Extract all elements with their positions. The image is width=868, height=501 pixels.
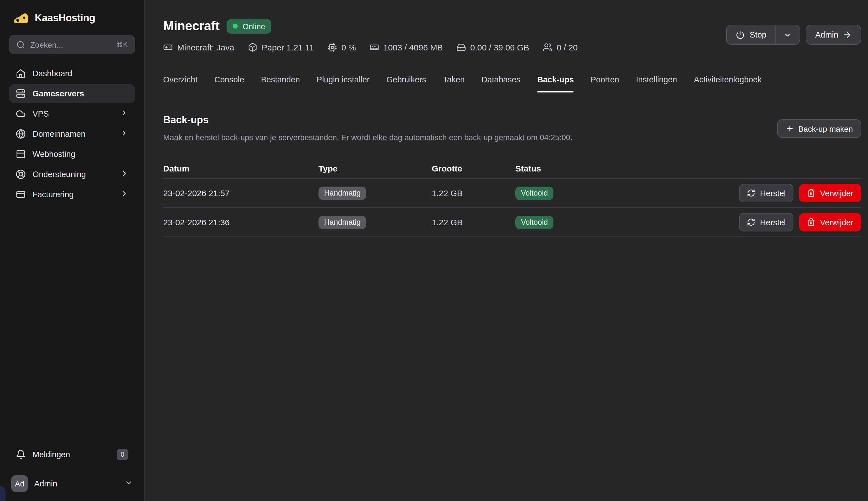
sidebar-item-gameservers[interactable]: Gameservers <box>9 84 135 103</box>
tab-bestanden[interactable]: Bestanden <box>261 75 300 93</box>
stat-players: 0 / 20 <box>543 43 577 52</box>
table-row: 23-02-2026 21:57 Handmatig 1.22 GB Volto… <box>163 179 861 208</box>
notifications-label: Meldingen <box>32 450 70 459</box>
backups-section-header: Back-ups Maak en herstel back-ups van je… <box>163 114 861 142</box>
tab-plugin-installer[interactable]: Plugin installer <box>317 75 370 93</box>
refresh-icon <box>747 218 755 226</box>
row-actions: Herstel Verwijder <box>739 184 861 202</box>
tab-instellingen[interactable]: Instellingen <box>636 75 677 93</box>
status-label: Online <box>242 22 265 31</box>
power-icon <box>736 30 745 39</box>
restore-button[interactable]: Herstel <box>739 213 794 232</box>
chevron-down-icon <box>125 478 133 489</box>
server-stats: Minecraft: Java Paper 1.21.11 0 % 1003 /… <box>163 43 578 52</box>
search-input[interactable] <box>30 40 111 49</box>
credit-card-icon <box>16 189 26 200</box>
status-badge: Online <box>227 19 271 33</box>
chevron-right-icon <box>120 129 128 139</box>
section-title: Back-ups <box>163 114 573 126</box>
tab-databases[interactable]: Databases <box>481 75 520 93</box>
delete-button[interactable]: Verwijder <box>799 184 861 202</box>
sidebar-item-label: Dashboard <box>32 69 72 78</box>
row-actions: Herstel Verwijder <box>739 213 861 232</box>
sidebar-item-label: Ondersteuning <box>32 170 86 179</box>
search-shortcut: ⌘K <box>116 40 128 49</box>
stop-button[interactable]: Stop <box>727 25 775 44</box>
sidebar-item-webhosting[interactable]: Webhosting <box>9 145 135 164</box>
sidebar-item-domeinnamen[interactable]: Domeinnamen <box>9 125 135 143</box>
home-icon <box>16 68 26 78</box>
header-actions: Stop Admin <box>726 25 861 45</box>
stop-split-button: Stop <box>726 25 800 45</box>
chevron-right-icon <box>120 169 128 179</box>
cpu-icon <box>327 43 337 52</box>
sidebar-item-label: Gameservers <box>32 89 84 98</box>
app-window: KaasHosting ⌘K Dashboard Gameservers VPS <box>0 0 868 501</box>
table-row: 23-02-2026 21:36 Handmatig 1.22 GB Volto… <box>163 208 861 237</box>
memory-stick-icon <box>369 43 379 52</box>
section-description: Maak en herstel back-ups van je serverbe… <box>163 133 573 142</box>
sidebar-footer: Meldingen 0 Ad Admin <box>0 445 144 501</box>
tab-console[interactable]: Console <box>215 75 244 93</box>
plus-icon <box>785 125 794 133</box>
server-icon <box>16 88 26 99</box>
brand-name: KaasHosting <box>35 12 95 24</box>
notifications-item[interactable]: Meldingen 0 <box>9 445 135 464</box>
notifications-count-badge: 0 <box>117 449 128 460</box>
avatar: Ad <box>11 475 28 492</box>
main-content: Minecraft Online Minecraft: Java Paper 1… <box>145 0 868 501</box>
gamepad-icon <box>163 43 173 52</box>
sidebar-item-label: VPS <box>32 109 49 118</box>
status-dot-icon <box>233 23 238 29</box>
backup-date: 23-02-2026 21:57 <box>163 188 318 198</box>
trash-icon <box>807 189 816 197</box>
search-box[interactable]: ⌘K <box>9 35 135 54</box>
cloud-icon <box>16 109 26 119</box>
dev-indicator <box>0 487 6 501</box>
arrow-right-icon <box>843 30 852 39</box>
tab-overzicht[interactable]: Overzicht <box>163 75 198 93</box>
admin-button[interactable]: Admin <box>806 25 861 45</box>
page-title: Minecraft <box>163 19 220 34</box>
life-buoy-icon <box>16 169 26 179</box>
backups-table: Datum Type Grootte Status 23-02-2026 21:… <box>163 164 861 237</box>
chevron-right-icon <box>120 189 128 200</box>
column-header-datum: Datum <box>163 164 318 173</box>
tab-poorten[interactable]: Poorten <box>591 75 619 93</box>
stat-software: Paper 1.21.11 <box>248 43 314 52</box>
stat-cpu: 0 % <box>327 43 356 52</box>
create-backup-button[interactable]: Back-up maken <box>777 119 861 138</box>
stat-memory: 1003 / 4096 MB <box>369 43 443 52</box>
stop-menu-button[interactable] <box>776 25 799 44</box>
backup-status-badge: Voltooid <box>515 215 553 229</box>
sidebar-item-vps[interactable]: VPS <box>9 104 135 123</box>
trash-icon <box>807 218 816 226</box>
sidebar-item-dashboard[interactable]: Dashboard <box>9 64 135 83</box>
backup-size: 1.22 GB <box>432 188 515 198</box>
brand: KaasHosting <box>0 0 144 26</box>
column-header-type: Type <box>318 164 432 173</box>
panel-top-icon <box>16 149 26 159</box>
hard-drive-icon <box>456 43 466 52</box>
delete-button[interactable]: Verwijder <box>799 213 861 232</box>
restore-button[interactable]: Herstel <box>739 184 794 202</box>
sidebar-item-facturering[interactable]: Facturering <box>9 185 135 204</box>
package-icon <box>248 43 257 52</box>
user-menu[interactable]: Ad Admin <box>7 472 137 495</box>
column-header-grootte: Grootte <box>432 164 515 173</box>
backup-type-badge: Handmatig <box>318 215 366 229</box>
tab-bar: Overzicht Console Bestanden Plugin insta… <box>163 75 861 93</box>
cheese-logo-icon <box>12 10 29 26</box>
sidebar: KaasHosting ⌘K Dashboard Gameservers VPS <box>0 0 145 501</box>
sidebar-nav: Dashboard Gameservers VPS Domeinnamen We… <box>0 64 144 204</box>
tab-backups[interactable]: Back-ups <box>537 75 574 93</box>
table-header-row: Datum Type Grootte Status <box>163 164 861 179</box>
server-header: Minecraft Online Minecraft: Java Paper 1… <box>163 19 861 52</box>
tab-activiteitenlogboek[interactable]: Activiteitenlogboek <box>694 75 762 93</box>
bell-icon <box>16 449 26 459</box>
stat-game: Minecraft: Java <box>163 43 234 52</box>
user-name: Admin <box>34 479 57 488</box>
sidebar-item-ondersteuning[interactable]: Ondersteuning <box>9 165 135 184</box>
tab-gebruikers[interactable]: Gebruikers <box>386 75 426 93</box>
tab-taken[interactable]: Taken <box>443 75 464 93</box>
